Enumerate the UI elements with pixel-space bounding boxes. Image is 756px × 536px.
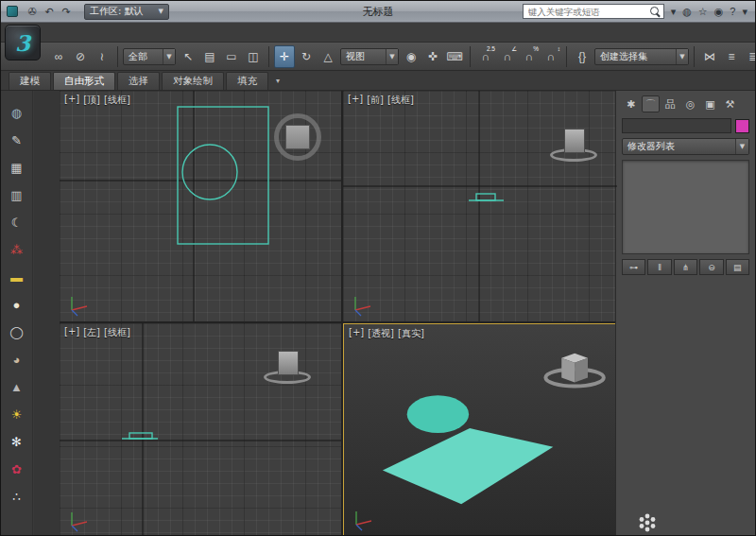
toolbar-separator <box>470 46 471 67</box>
dots-cluster-tool-icon[interactable]: ∴ <box>7 486 27 507</box>
viewcube[interactable] <box>272 112 323 163</box>
reference-coordinate-dropdown[interactable]: 视图 ▼ <box>340 48 399 65</box>
ribbon-tab[interactable]: 填充 <box>226 72 268 90</box>
spinner-snap-icon[interactable]: ∩↕ <box>541 45 561 68</box>
ribbon-tab[interactable]: 自由形式 <box>53 72 115 90</box>
viewcube[interactable] <box>262 348 315 389</box>
search-box[interactable] <box>523 4 664 19</box>
cylinder-tool-icon[interactable]: ▥ <box>7 184 27 205</box>
tab-utilities-icon[interactable]: ⚒ <box>721 95 739 112</box>
align-icon[interactable]: ≡ <box>721 45 742 68</box>
select-and-scale-icon[interactable]: △ <box>318 45 338 68</box>
communication-center-icon[interactable]: ◍ <box>682 6 692 18</box>
viewport-perspective[interactable]: [+] [透视] [真实] <box>343 323 617 536</box>
object-color-swatch[interactable] <box>735 119 749 133</box>
plane-tool-icon[interactable]: ▬ <box>7 267 27 287</box>
ribbon-tab[interactable]: 选择 <box>117 72 160 90</box>
viewport-top[interactable]: [+] [顶] [线框] <box>60 91 341 321</box>
search-input[interactable] <box>526 6 647 18</box>
chevron-down-icon: ▼ <box>735 139 748 154</box>
egg-tool-icon[interactable]: ● <box>7 294 27 315</box>
make-unique-icon[interactable]: ⋔ <box>674 259 697 275</box>
snap-toggle-icon[interactable]: ∩2.5 <box>475 45 496 68</box>
layer-manager-icon[interactable]: ≣ <box>743 45 755 68</box>
ribbon-tab[interactable]: 对象绘制 <box>162 72 224 90</box>
tab-modify-icon[interactable]: ⌒ <box>642 95 660 112</box>
tab-motion-icon[interactable]: ◎ <box>681 95 699 112</box>
search-history-icon[interactable]: ▾ <box>671 6 677 18</box>
viewport-menu-button[interactable]: [+] <box>348 94 363 107</box>
viewcube-face <box>278 351 299 375</box>
ring-tool-icon[interactable]: ◯ <box>7 321 27 342</box>
tab-hierarchy-icon[interactable]: 品 <box>662 95 679 112</box>
configure-modifier-sets-icon[interactable]: ▤ <box>726 259 749 275</box>
sign-in-icon[interactable]: ◉ <box>714 6 724 18</box>
favorites-icon[interactable]: ☆ <box>698 6 708 18</box>
select-and-manipulate-icon[interactable]: ✜ <box>422 45 443 68</box>
unlink-selection-icon[interactable]: ⊘ <box>70 45 91 68</box>
ribbon-tab[interactable]: 建模 <box>9 72 51 90</box>
select-and-rotate-icon[interactable]: ↻ <box>296 45 317 68</box>
viewport-shading-label[interactable]: [线框] <box>104 94 130 107</box>
modifier-list-label: 修改器列表 <box>627 140 675 153</box>
object-name-field[interactable] <box>622 118 731 133</box>
mirror-icon[interactable]: ⋈ <box>699 45 720 68</box>
viewport-view-label[interactable]: [顶] <box>83 94 100 107</box>
keyboard-override-icon[interactable]: ⌨ <box>444 45 465 68</box>
edit-named-sets-icon[interactable]: {} <box>572 45 593 68</box>
select-object-icon[interactable]: ↖ <box>178 45 198 68</box>
tab-create-icon[interactable]: ✱ <box>622 95 640 112</box>
moon-tool-icon[interactable]: ☾ <box>7 212 27 233</box>
rectangular-selection-icon[interactable]: ▭ <box>221 45 242 68</box>
sun-tool-icon[interactable]: ☀ <box>7 404 27 424</box>
viewport-menu-button[interactable]: [+] <box>64 94 79 107</box>
modifier-list-dropdown[interactable]: 修改器列表 ▼ <box>622 138 749 155</box>
viewport-shading-label[interactable]: [真实] <box>398 327 424 340</box>
percent-snap-icon[interactable]: ∩% <box>519 45 540 68</box>
selection-filter-dropdown[interactable]: 全部 ▼ <box>123 48 176 65</box>
dock-gutter <box>34 91 60 535</box>
viewport-left[interactable]: [+] [左] [线框] <box>60 323 341 536</box>
undo-icon[interactable]: ↶ <box>41 4 58 19</box>
search-icon[interactable] <box>650 7 661 17</box>
save-icon[interactable]: ✇ <box>24 4 41 19</box>
select-and-move-icon[interactable]: ✛ <box>274 45 295 68</box>
viewport-shading-label[interactable]: [线框] <box>387 94 414 107</box>
angle-snap-icon[interactable]: ∩∠ <box>497 45 518 68</box>
viewport-scene-perspective[interactable] <box>344 324 616 536</box>
redo-icon[interactable]: ↷ <box>58 4 75 19</box>
named-selection-sets-dropdown[interactable]: 创建选择集 ▼ <box>594 48 689 65</box>
viewcube[interactable] <box>548 126 601 167</box>
particles-tool-icon[interactable]: ⁂ <box>7 239 27 260</box>
workspace-dropdown[interactable]: 工作区: 默认 ▼ <box>84 4 169 20</box>
3ds-max-logo: 3 <box>15 30 30 56</box>
viewport-shading-label[interactable]: [线框] <box>104 326 130 339</box>
viewport-view-label[interactable]: [前] <box>367 94 384 107</box>
grid-panel-tool-icon[interactable]: ▦ <box>7 157 27 178</box>
bind-to-space-warp-icon[interactable]: ≀ <box>92 45 112 68</box>
help-icon[interactable]: ? <box>730 6 735 17</box>
select-and-link-icon[interactable]: ∞ <box>48 45 69 68</box>
viewport-menu-button[interactable]: [+] <box>64 326 79 339</box>
viewport-view-label[interactable]: [左] <box>83 326 100 339</box>
viewport-front[interactable]: [+] [前] [线框] <box>343 91 617 321</box>
remove-modifier-icon[interactable]: ⊖ <box>699 259 723 275</box>
cone-tool-icon[interactable]: ▲ <box>7 376 27 397</box>
flower-tool-icon[interactable]: ✿ <box>7 458 27 479</box>
pin-stack-icon[interactable]: ⊶ <box>622 259 645 275</box>
application-menu-button[interactable]: 3 <box>5 25 41 61</box>
snowflake-tool-icon[interactable]: ✻ <box>7 431 27 452</box>
modifier-stack-list[interactable] <box>622 160 749 254</box>
sphere-brush-tool-icon[interactable]: ◍ <box>7 102 27 123</box>
use-pivot-center-icon[interactable]: ◉ <box>401 45 421 68</box>
viewport-view-label[interactable]: [透视] <box>368 327 394 340</box>
show-end-result-icon[interactable]: ‖ <box>647 259 671 275</box>
select-by-name-icon[interactable]: ▤ <box>199 45 220 68</box>
shell-tool-icon[interactable]: ◕ <box>7 349 27 370</box>
viewport-menu-button[interactable]: [+] <box>349 327 364 340</box>
window-crossing-icon[interactable]: ◫ <box>243 45 264 68</box>
pencil-tool-icon[interactable]: ✎ <box>7 130 27 150</box>
help-menu-icon[interactable]: ▾ <box>742 6 747 18</box>
tab-display-icon[interactable]: ▣ <box>701 95 719 112</box>
ribbon-collapse-icon[interactable]: ▾ <box>276 77 280 85</box>
